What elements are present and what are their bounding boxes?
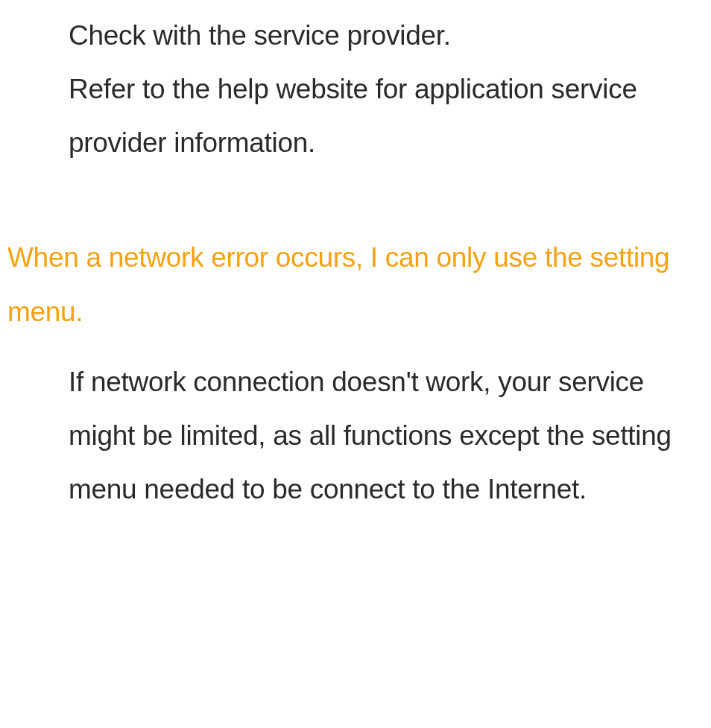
section-heading: When a network error occurs, I can only … [7, 231, 689, 338]
intro-block: Check with the service provider. Refer t… [0, 9, 711, 170]
intro-line-1: Check with the service provider. [69, 9, 689, 63]
section-body: If network connection doesn't work, your… [69, 355, 689, 516]
intro-line-2: Refer to the help website for applicatio… [69, 63, 689, 170]
section-body-block: If network connection doesn't work, your… [0, 355, 711, 516]
section-heading-block: When a network error occurs, I can only … [0, 231, 711, 338]
